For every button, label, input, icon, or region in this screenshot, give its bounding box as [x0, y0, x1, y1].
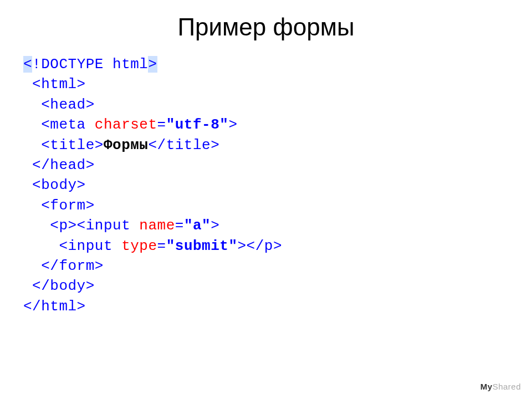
code-line-head-open: <head> — [23, 95, 532, 115]
code-line-doctype: <!DOCTYPE html> — [23, 54, 532, 74]
code-line-title: <title>Формы</title> — [23, 135, 532, 155]
code-block: <!DOCTYPE html> <html> <head> <meta char… — [0, 54, 532, 316]
code-line-head-close: </head> — [23, 155, 532, 175]
code-line-meta: <meta charset="utf-8"> — [23, 115, 532, 135]
footer-shared: Shared — [493, 382, 521, 391]
footer-my: My — [480, 382, 493, 391]
slide-title: Пример формы — [0, 0, 532, 54]
code-line-input-a: <p><input name="a"> — [23, 216, 532, 236]
code-line-html-close: </html> — [23, 296, 532, 316]
code-line-input-submit: <input type="submit"></p> — [23, 236, 532, 256]
code-line-html-open: <html> — [23, 74, 532, 94]
code-line-body-close: </body> — [23, 276, 532, 296]
code-line-form-open: <form> — [23, 196, 532, 216]
code-line-form-close: </form> — [23, 256, 532, 276]
footer-branding: MyShared — [480, 382, 521, 391]
code-line-body-open: <body> — [23, 175, 532, 195]
